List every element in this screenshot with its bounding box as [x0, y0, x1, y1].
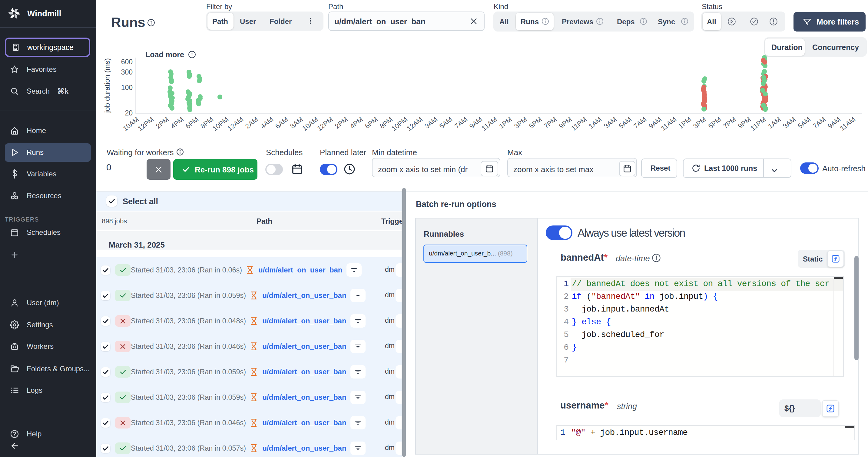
svg-text:7PM: 7PM: [722, 115, 738, 130]
svg-text:11PM: 11PM: [570, 115, 588, 132]
svg-text:5AM: 5AM: [796, 115, 812, 130]
svg-text:20: 20: [125, 109, 133, 117]
svg-text:7AM: 7AM: [453, 115, 469, 130]
svg-text:10AM: 10AM: [121, 115, 140, 133]
svg-text:7AM: 7AM: [632, 115, 648, 130]
svg-text:1PM: 1PM: [498, 115, 513, 130]
svg-text:4PM: 4PM: [349, 115, 364, 130]
svg-text:1AM: 1AM: [767, 115, 782, 130]
svg-text:6AM: 6AM: [274, 115, 289, 130]
svg-text:11AM: 11AM: [839, 115, 857, 132]
svg-text:3AM: 3AM: [781, 115, 797, 130]
svg-text:7AM: 7AM: [811, 115, 827, 130]
svg-text:12PM: 12PM: [136, 115, 155, 133]
svg-text:2PM: 2PM: [334, 115, 349, 130]
svg-text:7PM: 7PM: [542, 115, 558, 130]
svg-text:9PM: 9PM: [737, 115, 752, 130]
svg-text:10PM: 10PM: [390, 115, 409, 133]
svg-text:4PM: 4PM: [169, 115, 185, 130]
svg-text:6PM: 6PM: [364, 115, 379, 130]
svg-text:5AM: 5AM: [438, 115, 454, 130]
svg-text:3AM: 3AM: [602, 115, 618, 130]
svg-text:12AM: 12AM: [405, 115, 424, 133]
svg-text:10AM: 10AM: [301, 115, 319, 133]
svg-text:2AM: 2AM: [244, 115, 259, 130]
svg-text:3PM: 3PM: [513, 115, 528, 130]
svg-text:300: 300: [121, 68, 133, 76]
svg-text:5PM: 5PM: [528, 115, 543, 130]
svg-text:11AM: 11AM: [660, 115, 678, 132]
svg-text:600: 600: [121, 58, 133, 66]
svg-text:5AM: 5AM: [617, 115, 633, 130]
svg-text:2PM: 2PM: [154, 115, 170, 130]
svg-text:11AM: 11AM: [480, 115, 498, 132]
svg-text:12AM: 12AM: [226, 115, 245, 133]
svg-text:1AM: 1AM: [587, 115, 603, 130]
svg-text:12PM: 12PM: [316, 115, 334, 133]
svg-text:100: 100: [121, 84, 133, 91]
svg-text:6PM: 6PM: [184, 115, 200, 130]
svg-text:4AM: 4AM: [259, 115, 275, 130]
svg-text:5PM: 5PM: [707, 115, 723, 130]
svg-text:1PM: 1PM: [677, 115, 693, 130]
svg-text:3AM: 3AM: [423, 115, 439, 130]
svg-text:10PM: 10PM: [211, 115, 230, 133]
svg-text:11PM: 11PM: [749, 115, 768, 132]
svg-text:job duration (ms): job duration (ms): [103, 58, 111, 113]
svg-text:3PM: 3PM: [692, 115, 708, 130]
